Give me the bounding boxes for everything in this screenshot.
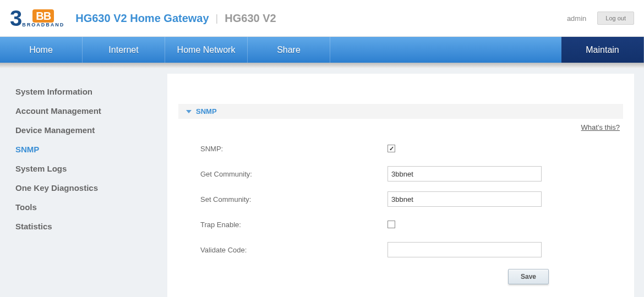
- logo: 3 BB BROADBAND: [10, 6, 64, 31]
- sidebar: System Information Account Management De…: [0, 74, 167, 297]
- logo-bb-icon: BB: [32, 9, 54, 23]
- row-snmp-enable: SNMP:: [200, 140, 623, 157]
- checkbox-trap-enable[interactable]: [388, 221, 395, 228]
- panel-title: SNMP: [196, 107, 217, 116]
- nav-tab-home-network[interactable]: Home Network: [165, 37, 248, 63]
- model-title: HG630 V2: [225, 12, 276, 25]
- panel-header[interactable]: SNMP: [178, 104, 623, 119]
- row-set-community: Set Community:: [200, 191, 623, 207]
- label-snmp: SNMP:: [200, 145, 388, 153]
- sidebar-item-system-logs[interactable]: System Logs: [15, 159, 167, 178]
- title-divider: |: [216, 13, 219, 24]
- nav-tab-home[interactable]: Home: [0, 37, 83, 63]
- whats-this-row: What's this?: [178, 119, 623, 140]
- input-get-community[interactable]: [388, 166, 542, 182]
- collapse-triangle-icon: [186, 110, 192, 113]
- sidebar-item-device-management[interactable]: Device Management: [15, 120, 167, 140]
- row-trap-enable: Trap Enable:: [200, 216, 623, 233]
- button-row: Save: [200, 269, 623, 284]
- label-validate-code: Validate Code:: [200, 246, 388, 254]
- logout-button[interactable]: Log out: [597, 12, 634, 25]
- sidebar-item-account-management[interactable]: Account Management: [15, 101, 167, 120]
- main-nav: Home Internet Home Network Share Maintai…: [0, 37, 644, 63]
- header-bar: 3 BB BROADBAND HG630 V2 Home Gateway | H…: [0, 0, 644, 37]
- whats-this-link[interactable]: What's this?: [581, 123, 620, 131]
- row-validate-code: Validate Code:: [200, 241, 623, 258]
- page-body: System Information Account Management De…: [0, 63, 644, 297]
- product-title: HG630 V2 Home Gateway: [75, 12, 209, 25]
- sidebar-item-system-information[interactable]: System Information: [15, 82, 167, 101]
- nav-tab-internet[interactable]: Internet: [83, 37, 165, 63]
- input-set-community[interactable]: [388, 191, 542, 207]
- content-panel: SNMP What's this? SNMP: Get Community: S…: [167, 74, 634, 297]
- sidebar-item-one-key-diagnostics[interactable]: One Key Diagnostics: [15, 178, 167, 197]
- nav-spacer: [330, 37, 561, 63]
- row-get-community: Get Community:: [200, 166, 623, 182]
- sidebar-item-statistics[interactable]: Statistics: [15, 217, 167, 236]
- snmp-form: SNMP: Get Community: Set Community: Trap…: [178, 140, 623, 284]
- nav-tab-share[interactable]: Share: [248, 37, 330, 63]
- label-get-community: Get Community:: [200, 170, 388, 178]
- logo-subtext: BROADBAND: [22, 22, 64, 28]
- sidebar-item-snmp[interactable]: SNMP: [15, 140, 167, 159]
- current-user: admin: [567, 14, 586, 23]
- logo-bb-box: BB BROADBAND: [22, 9, 64, 28]
- input-validate-code[interactable]: [388, 242, 542, 257]
- logo-3-icon: 3: [10, 6, 21, 31]
- nav-tab-maintain[interactable]: Maintain: [561, 37, 644, 63]
- label-set-community: Set Community:: [200, 195, 388, 204]
- label-trap-enable: Trap Enable:: [200, 221, 388, 229]
- checkbox-snmp-enable[interactable]: [388, 145, 395, 152]
- save-button[interactable]: Save: [508, 269, 549, 284]
- sidebar-item-tools[interactable]: Tools: [15, 197, 167, 217]
